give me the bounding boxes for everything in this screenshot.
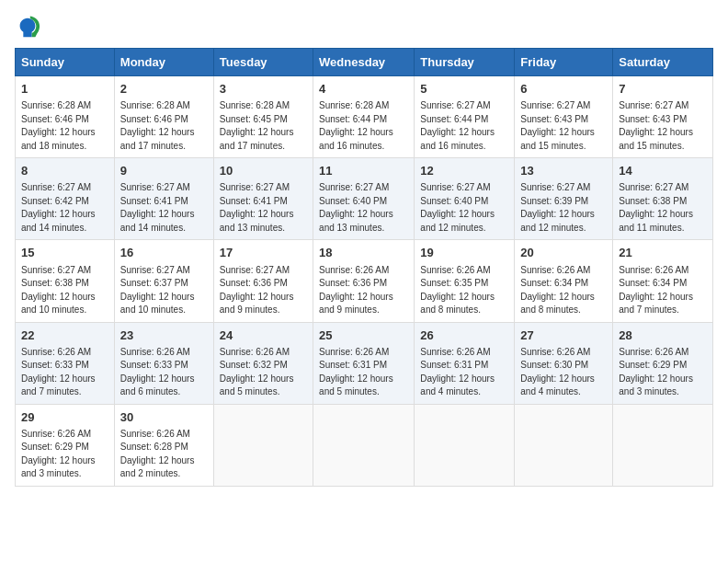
calendar-cell — [313, 404, 415, 486]
calendar-cell: 9Sunrise: 6:27 AMSunset: 6:41 PMDaylight… — [114, 158, 213, 240]
day-info: Sunrise: 6:26 AMSunset: 6:34 PMDaylight:… — [520, 264, 607, 317]
page-header — [15, 15, 713, 40]
calendar-cell — [415, 404, 515, 486]
calendar-cell: 24Sunrise: 6:26 AMSunset: 6:32 PMDayligh… — [213, 322, 313, 404]
day-number: 8 — [21, 163, 108, 179]
day-number: 22 — [21, 327, 108, 344]
day-number: 3 — [220, 81, 307, 98]
day-info: Sunrise: 6:27 AMSunset: 6:37 PMDaylight:… — [120, 264, 208, 317]
day-number: 29 — [21, 409, 108, 426]
calendar-cell: 29Sunrise: 6:26 AMSunset: 6:29 PMDayligh… — [16, 404, 115, 486]
day-info: Sunrise: 6:27 AMSunset: 6:40 PMDaylight:… — [420, 181, 508, 235]
day-of-week-header: Thursday — [415, 49, 515, 76]
day-number: 11 — [319, 163, 408, 179]
day-info: Sunrise: 6:27 AMSunset: 6:39 PMDaylight:… — [520, 181, 607, 235]
day-of-week-header: Wednesday — [313, 49, 415, 76]
day-number: 10 — [220, 163, 307, 179]
calendar-cell: 26Sunrise: 6:26 AMSunset: 6:31 PMDayligh… — [415, 322, 515, 404]
day-info: Sunrise: 6:28 AMSunset: 6:46 PMDaylight:… — [21, 99, 108, 153]
calendar-cell: 7Sunrise: 6:27 AMSunset: 6:43 PMDaylight… — [613, 76, 713, 158]
calendar-row: 22Sunrise: 6:26 AMSunset: 6:33 PMDayligh… — [16, 322, 713, 404]
day-info: Sunrise: 6:27 AMSunset: 6:38 PMDaylight:… — [21, 264, 108, 317]
day-number: 19 — [420, 245, 508, 261]
day-of-week-header: Tuesday — [213, 49, 313, 76]
calendar-cell: 10Sunrise: 6:27 AMSunset: 6:41 PMDayligh… — [213, 158, 313, 240]
calendar-row: 1Sunrise: 6:28 AMSunset: 6:46 PMDaylight… — [16, 76, 713, 158]
day-info: Sunrise: 6:28 AMSunset: 6:44 PMDaylight:… — [319, 99, 408, 153]
day-number: 27 — [520, 327, 607, 344]
day-info: Sunrise: 6:26 AMSunset: 6:29 PMDaylight:… — [619, 346, 707, 399]
day-number: 23 — [120, 327, 208, 344]
calendar-cell: 5Sunrise: 6:27 AMSunset: 6:44 PMDaylight… — [415, 76, 515, 158]
calendar-cell: 18Sunrise: 6:26 AMSunset: 6:36 PMDayligh… — [313, 240, 415, 322]
calendar-cell: 16Sunrise: 6:27 AMSunset: 6:37 PMDayligh… — [114, 240, 213, 322]
day-number: 21 — [619, 245, 707, 261]
day-number: 28 — [619, 327, 707, 344]
calendar-cell: 11Sunrise: 6:27 AMSunset: 6:40 PMDayligh… — [313, 158, 415, 240]
day-number: 30 — [120, 409, 208, 426]
day-number: 1 — [21, 81, 108, 98]
calendar-cell: 25Sunrise: 6:26 AMSunset: 6:31 PMDayligh… — [313, 322, 415, 404]
calendar-cell: 12Sunrise: 6:27 AMSunset: 6:40 PMDayligh… — [415, 158, 515, 240]
calendar-cell: 8Sunrise: 6:27 AMSunset: 6:42 PMDaylight… — [16, 158, 115, 240]
day-of-week-header: Sunday — [16, 49, 115, 76]
day-info: Sunrise: 6:26 AMSunset: 6:33 PMDaylight:… — [21, 346, 108, 399]
calendar-cell: 13Sunrise: 6:27 AMSunset: 6:39 PMDayligh… — [515, 158, 613, 240]
day-info: Sunrise: 6:26 AMSunset: 6:29 PMDaylight:… — [21, 428, 108, 481]
day-info: Sunrise: 6:27 AMSunset: 6:36 PMDaylight:… — [220, 264, 307, 317]
day-info: Sunrise: 6:27 AMSunset: 6:44 PMDaylight:… — [420, 99, 508, 153]
calendar-cell: 3Sunrise: 6:28 AMSunset: 6:45 PMDaylight… — [213, 76, 313, 158]
calendar-cell: 6Sunrise: 6:27 AMSunset: 6:43 PMDaylight… — [515, 76, 613, 158]
day-number: 15 — [21, 245, 108, 261]
day-number: 2 — [120, 81, 208, 98]
calendar-row: 15Sunrise: 6:27 AMSunset: 6:38 PMDayligh… — [16, 240, 713, 322]
calendar-cell — [213, 404, 313, 486]
calendar-cell: 28Sunrise: 6:26 AMSunset: 6:29 PMDayligh… — [613, 322, 713, 404]
day-info: Sunrise: 6:27 AMSunset: 6:41 PMDaylight:… — [220, 181, 307, 235]
calendar-cell: 23Sunrise: 6:26 AMSunset: 6:33 PMDayligh… — [114, 322, 213, 404]
calendar-row: 8Sunrise: 6:27 AMSunset: 6:42 PMDaylight… — [16, 158, 713, 240]
day-number: 14 — [619, 163, 707, 179]
day-number: 12 — [420, 163, 508, 179]
day-number: 6 — [520, 81, 607, 98]
day-info: Sunrise: 6:27 AMSunset: 6:38 PMDaylight:… — [619, 181, 707, 235]
calendar-cell: 17Sunrise: 6:27 AMSunset: 6:36 PMDayligh… — [213, 240, 313, 322]
day-number: 13 — [520, 163, 607, 179]
day-number: 18 — [319, 245, 408, 261]
calendar-cell: 14Sunrise: 6:27 AMSunset: 6:38 PMDayligh… — [613, 158, 713, 240]
day-info: Sunrise: 6:26 AMSunset: 6:31 PMDaylight:… — [319, 346, 408, 399]
day-number: 25 — [319, 327, 408, 344]
calendar-cell: 4Sunrise: 6:28 AMSunset: 6:44 PMDaylight… — [313, 76, 415, 158]
day-of-week-header: Friday — [515, 49, 613, 76]
day-number: 4 — [319, 81, 408, 98]
calendar-table: SundayMondayTuesdayWednesdayThursdayFrid… — [15, 48, 713, 487]
day-info: Sunrise: 6:28 AMSunset: 6:45 PMDaylight:… — [220, 99, 307, 153]
calendar-cell — [515, 404, 613, 486]
calendar-cell: 27Sunrise: 6:26 AMSunset: 6:30 PMDayligh… — [515, 322, 613, 404]
calendar-cell: 15Sunrise: 6:27 AMSunset: 6:38 PMDayligh… — [16, 240, 115, 322]
day-info: Sunrise: 6:26 AMSunset: 6:28 PMDaylight:… — [120, 428, 208, 481]
day-number: 20 — [520, 245, 607, 261]
calendar-cell: 21Sunrise: 6:26 AMSunset: 6:34 PMDayligh… — [613, 240, 713, 322]
day-number: 5 — [420, 81, 508, 98]
calendar-cell: 1Sunrise: 6:28 AMSunset: 6:46 PMDaylight… — [16, 76, 115, 158]
calendar-row: 29Sunrise: 6:26 AMSunset: 6:29 PMDayligh… — [16, 404, 713, 486]
day-number: 26 — [420, 327, 508, 344]
day-info: Sunrise: 6:27 AMSunset: 6:41 PMDaylight:… — [120, 181, 208, 235]
calendar-cell — [613, 404, 713, 486]
calendar-cell: 19Sunrise: 6:26 AMSunset: 6:35 PMDayligh… — [415, 240, 515, 322]
day-info: Sunrise: 6:27 AMSunset: 6:42 PMDaylight:… — [21, 181, 108, 235]
day-info: Sunrise: 6:27 AMSunset: 6:40 PMDaylight:… — [319, 181, 408, 235]
day-info: Sunrise: 6:27 AMSunset: 6:43 PMDaylight:… — [619, 99, 707, 153]
calendar-cell: 20Sunrise: 6:26 AMSunset: 6:34 PMDayligh… — [515, 240, 613, 322]
day-number: 16 — [120, 245, 208, 261]
day-info: Sunrise: 6:26 AMSunset: 6:34 PMDaylight:… — [619, 264, 707, 317]
day-info: Sunrise: 6:26 AMSunset: 6:30 PMDaylight:… — [520, 346, 607, 399]
day-number: 7 — [619, 81, 707, 98]
day-info: Sunrise: 6:27 AMSunset: 6:43 PMDaylight:… — [520, 99, 607, 153]
day-info: Sunrise: 6:26 AMSunset: 6:35 PMDaylight:… — [420, 264, 508, 317]
calendar-cell: 30Sunrise: 6:26 AMSunset: 6:28 PMDayligh… — [114, 404, 213, 486]
day-info: Sunrise: 6:26 AMSunset: 6:33 PMDaylight:… — [120, 346, 208, 399]
logo-icon — [15, 15, 40, 40]
day-of-week-header: Saturday — [613, 49, 713, 76]
